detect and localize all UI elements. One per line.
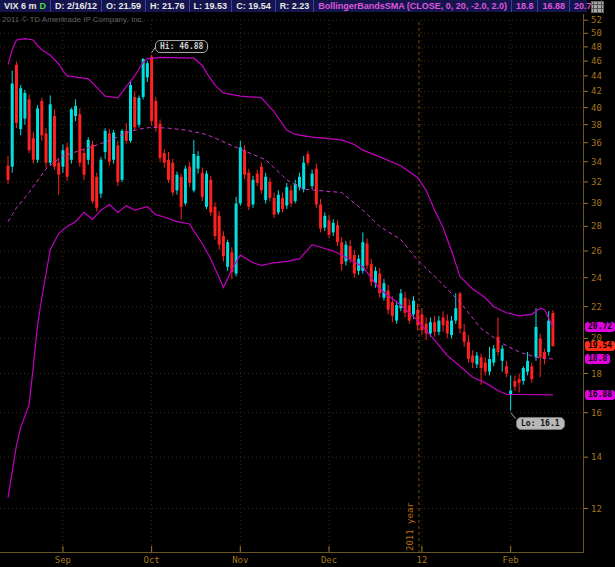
candle-down: [349, 246, 352, 259]
candle-down: [66, 147, 69, 176]
y-axis-label: 24: [591, 273, 602, 283]
candle-up: [251, 180, 254, 205]
candle-up: [311, 174, 314, 186]
chart-window: VIX 6 m D D: 2/16/12 O: 21.59 H: 21.76 L…: [0, 0, 615, 567]
candle-up: [205, 174, 208, 207]
candle-down: [256, 174, 259, 183]
candle-up: [429, 322, 432, 333]
y-axis-label: 32: [591, 177, 602, 187]
symbol-cell[interactable]: VIX 6 m D: [0, 0, 51, 12]
candle-down: [467, 342, 470, 359]
study-value-lower: 16.88: [538, 0, 570, 12]
candle-down: [340, 242, 343, 264]
candle-up: [547, 321, 550, 352]
high-annotation: Hi: 46.88: [155, 40, 208, 53]
candle-down: [83, 153, 86, 175]
candle-down: [551, 313, 554, 346]
candle-down: [353, 255, 356, 274]
candle-down: [336, 225, 339, 242]
x-axis-label: 12: [417, 555, 428, 565]
candle-down: [180, 177, 183, 207]
candle-down: [484, 363, 487, 372]
candle-down: [57, 163, 60, 175]
bollinger-upper-band: [8, 39, 553, 327]
candle-up: [302, 163, 305, 190]
candle-up: [454, 308, 457, 320]
candle-down: [433, 322, 436, 332]
range-readout: R: 2.23: [276, 0, 315, 12]
candle-up: [99, 160, 102, 194]
candle-down: [108, 134, 111, 162]
y-axis-label: 16: [591, 408, 602, 418]
candle-down: [505, 366, 508, 373]
candle-up: [70, 109, 73, 159]
last-close-price-bubble: 19.54: [585, 341, 615, 351]
candle-up: [137, 98, 140, 125]
price-chart-canvas[interactable]: 5250484644424038363432302826242220181614…: [0, 14, 615, 567]
chart-grid-icon[interactable]: [591, 1, 604, 13]
candle-down: [171, 163, 174, 193]
date-readout: D: 2/16/12: [51, 0, 102, 12]
candle-up: [11, 84, 14, 167]
candle-down: [315, 169, 318, 205]
candle-up: [492, 349, 495, 363]
candle-down: [260, 167, 263, 191]
candle-up: [382, 283, 385, 297]
y-axis-label: 14: [591, 452, 602, 462]
candle-up: [23, 93, 26, 119]
candle-up: [526, 361, 529, 372]
candle-down: [116, 145, 119, 181]
candle-up: [197, 156, 200, 169]
candle-up: [61, 150, 64, 166]
candle-up: [298, 177, 301, 187]
candle-down: [471, 356, 474, 363]
candle-up: [19, 88, 22, 129]
year-divider-label: 2011 year: [405, 502, 415, 551]
candle-down: [366, 243, 369, 265]
candle-up: [522, 368, 525, 381]
candle-up: [323, 216, 326, 228]
candle-up: [344, 245, 347, 262]
candle-down: [218, 216, 221, 245]
candle-down: [40, 101, 43, 135]
candle-down: [273, 198, 276, 215]
close-readout: C: 19.54: [232, 0, 276, 12]
y-axis-label: 26: [591, 246, 602, 256]
candle-down: [150, 57, 153, 121]
candle-down: [268, 182, 271, 198]
candle-up: [184, 169, 187, 204]
candle-up: [74, 106, 77, 116]
candle-down: [159, 124, 162, 158]
candle-up: [175, 175, 178, 191]
upper-band-price-bubble: 20.72: [585, 322, 615, 332]
candle-down: [243, 150, 246, 175]
candle-up: [450, 321, 453, 336]
candle-down: [78, 114, 81, 162]
high-readout: H: 21.76: [146, 0, 190, 12]
candle-up: [104, 131, 107, 152]
lower-band-price-bubble: 16.88: [585, 390, 615, 400]
y-axis-label: 44: [591, 71, 602, 81]
candle-up: [129, 85, 132, 141]
candle-down: [247, 173, 250, 207]
candle-down: [7, 166, 10, 180]
candle-up: [192, 154, 195, 190]
candle-up: [239, 147, 242, 203]
candle-up: [395, 305, 398, 320]
low-readout: L: 19.53: [190, 0, 233, 12]
candle-down: [319, 205, 322, 229]
candle-down: [53, 116, 56, 167]
open-readout: O: 21.59: [102, 0, 146, 12]
y-axis-label: 22: [591, 302, 602, 312]
chart-header-bar: VIX 6 m D D: 2/16/12 O: 21.59 H: 21.76 L…: [0, 0, 587, 13]
study-label[interactable]: BollingerBandsSMA (CLOSE, 0, 20, -2.0, 2…: [314, 0, 512, 12]
candle-down: [222, 236, 225, 256]
candle-down: [518, 379, 521, 383]
low-annotation-leader: [511, 413, 516, 419]
candle-down: [281, 198, 284, 209]
candle-up: [412, 301, 415, 315]
candle-up: [112, 133, 115, 160]
candle-down: [45, 134, 48, 163]
candle-down: [163, 153, 166, 163]
candle-down: [387, 290, 390, 309]
